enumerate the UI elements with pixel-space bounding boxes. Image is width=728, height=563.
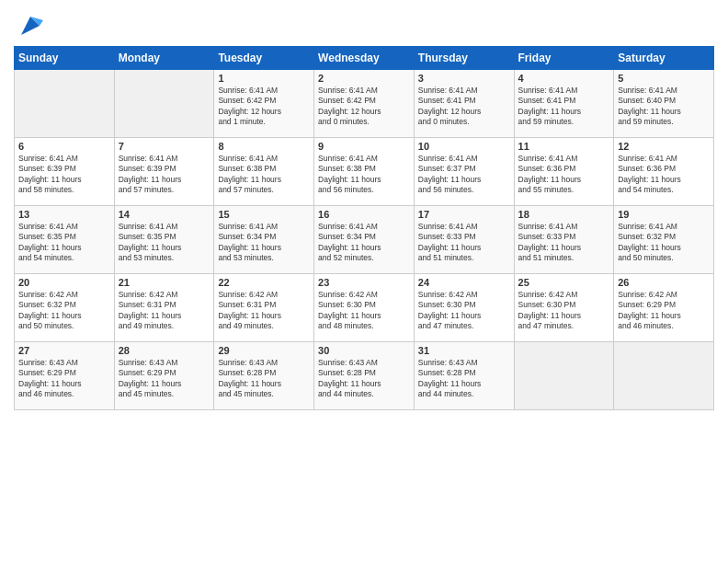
calendar-cell: 22Sunrise: 6:42 AM Sunset: 6:31 PM Dayli… — [214, 274, 314, 342]
calendar-cell: 4Sunrise: 6:41 AM Sunset: 6:41 PM Daylig… — [514, 70, 614, 138]
calendar-cell: 2Sunrise: 6:41 AM Sunset: 6:42 PM Daylig… — [314, 70, 415, 138]
cell-sun-info: Sunrise: 6:41 AM Sunset: 6:42 PM Dayligh… — [318, 86, 410, 128]
calendar-cell: 25Sunrise: 6:42 AM Sunset: 6:30 PM Dayli… — [514, 274, 614, 342]
calendar-cell: 29Sunrise: 6:43 AM Sunset: 6:28 PM Dayli… — [214, 342, 314, 410]
day-number: 25 — [518, 277, 610, 288]
cell-sun-info: Sunrise: 6:42 AM Sunset: 6:31 PM Dayligh… — [119, 290, 210, 332]
cell-sun-info: Sunrise: 6:42 AM Sunset: 6:30 PM Dayligh… — [518, 290, 610, 332]
calendar-week-row: 13Sunrise: 6:41 AM Sunset: 6:35 PM Dayli… — [15, 206, 714, 274]
calendar-header-friday: Friday — [514, 47, 614, 70]
day-number: 19 — [618, 209, 710, 220]
calendar-cell: 8Sunrise: 6:41 AM Sunset: 6:38 PM Daylig… — [214, 138, 314, 206]
cell-sun-info: Sunrise: 6:41 AM Sunset: 6:34 PM Dayligh… — [318, 222, 410, 264]
day-number: 11 — [518, 141, 610, 152]
day-number: 5 — [618, 73, 710, 84]
cell-sun-info: Sunrise: 6:41 AM Sunset: 6:34 PM Dayligh… — [218, 222, 310, 264]
cell-sun-info: Sunrise: 6:42 AM Sunset: 6:31 PM Dayligh… — [218, 290, 310, 332]
cell-sun-info: Sunrise: 6:43 AM Sunset: 6:29 PM Dayligh… — [18, 358, 110, 400]
calendar-header-thursday: Thursday — [414, 47, 514, 70]
calendar-header-sunday: Sunday — [15, 47, 115, 70]
calendar-cell: 28Sunrise: 6:43 AM Sunset: 6:29 PM Dayli… — [114, 342, 214, 410]
day-number: 30 — [318, 345, 410, 356]
calendar-cell: 21Sunrise: 6:42 AM Sunset: 6:31 PM Dayli… — [114, 274, 214, 342]
cell-sun-info: Sunrise: 6:42 AM Sunset: 6:29 PM Dayligh… — [618, 290, 710, 332]
calendar-header-monday: Monday — [114, 47, 214, 70]
calendar-cell: 19Sunrise: 6:41 AM Sunset: 6:32 PM Dayli… — [614, 206, 714, 274]
calendar-header-row: SundayMondayTuesdayWednesdayThursdayFrid… — [15, 47, 714, 70]
calendar-cell: 11Sunrise: 6:41 AM Sunset: 6:36 PM Dayli… — [514, 138, 614, 206]
day-number: 22 — [218, 277, 310, 288]
calendar-cell: 20Sunrise: 6:42 AM Sunset: 6:32 PM Dayli… — [15, 274, 115, 342]
day-number: 27 — [18, 345, 110, 356]
day-number: 16 — [318, 209, 410, 220]
calendar-cell: 13Sunrise: 6:41 AM Sunset: 6:35 PM Dayli… — [15, 206, 115, 274]
calendar-week-row: 6Sunrise: 6:41 AM Sunset: 6:39 PM Daylig… — [15, 138, 714, 206]
cell-sun-info: Sunrise: 6:41 AM Sunset: 6:40 PM Dayligh… — [618, 86, 710, 128]
cell-sun-info: Sunrise: 6:41 AM Sunset: 6:38 PM Dayligh… — [218, 154, 310, 196]
day-number: 9 — [318, 141, 410, 152]
day-number: 18 — [518, 209, 610, 220]
calendar-cell: 14Sunrise: 6:41 AM Sunset: 6:35 PM Dayli… — [114, 206, 214, 274]
cell-sun-info: Sunrise: 6:41 AM Sunset: 6:36 PM Dayligh… — [518, 154, 610, 196]
calendar-cell: 15Sunrise: 6:41 AM Sunset: 6:34 PM Dayli… — [214, 206, 314, 274]
cell-sun-info: Sunrise: 6:43 AM Sunset: 6:29 PM Dayligh… — [119, 358, 210, 400]
page-header — [14, 9, 714, 39]
day-number: 7 — [119, 141, 210, 152]
calendar-cell — [514, 342, 614, 410]
day-number: 20 — [18, 277, 110, 288]
calendar-week-row: 1Sunrise: 6:41 AM Sunset: 6:42 PM Daylig… — [15, 70, 714, 138]
cell-sun-info: Sunrise: 6:43 AM Sunset: 6:28 PM Dayligh… — [218, 358, 310, 400]
calendar-cell: 1Sunrise: 6:41 AM Sunset: 6:42 PM Daylig… — [214, 70, 314, 138]
calendar-cell: 30Sunrise: 6:43 AM Sunset: 6:28 PM Dayli… — [314, 342, 415, 410]
day-number: 13 — [18, 209, 110, 220]
cell-sun-info: Sunrise: 6:42 AM Sunset: 6:30 PM Dayligh… — [418, 290, 510, 332]
day-number: 8 — [218, 141, 310, 152]
cell-sun-info: Sunrise: 6:41 AM Sunset: 6:41 PM Dayligh… — [518, 86, 610, 128]
calendar-week-row: 27Sunrise: 6:43 AM Sunset: 6:29 PM Dayli… — [15, 342, 714, 410]
cell-sun-info: Sunrise: 6:41 AM Sunset: 6:35 PM Dayligh… — [18, 222, 110, 264]
cell-sun-info: Sunrise: 6:41 AM Sunset: 6:35 PM Dayligh… — [119, 222, 210, 264]
calendar-cell: 27Sunrise: 6:43 AM Sunset: 6:29 PM Dayli… — [15, 342, 115, 410]
calendar-cell: 3Sunrise: 6:41 AM Sunset: 6:41 PM Daylig… — [414, 70, 514, 138]
calendar-cell: 12Sunrise: 6:41 AM Sunset: 6:36 PM Dayli… — [614, 138, 714, 206]
cell-sun-info: Sunrise: 6:41 AM Sunset: 6:37 PM Dayligh… — [418, 154, 510, 196]
day-number: 1 — [218, 73, 310, 84]
day-number: 14 — [119, 209, 210, 220]
cell-sun-info: Sunrise: 6:41 AM Sunset: 6:33 PM Dayligh… — [418, 222, 510, 264]
calendar-cell — [114, 70, 214, 138]
calendar-cell: 10Sunrise: 6:41 AM Sunset: 6:37 PM Dayli… — [414, 138, 514, 206]
calendar-week-row: 20Sunrise: 6:42 AM Sunset: 6:32 PM Dayli… — [15, 274, 714, 342]
cell-sun-info: Sunrise: 6:41 AM Sunset: 6:32 PM Dayligh… — [618, 222, 710, 264]
logo-icon — [17, 13, 43, 39]
day-number: 6 — [18, 141, 110, 152]
cell-sun-info: Sunrise: 6:41 AM Sunset: 6:38 PM Dayligh… — [318, 154, 410, 196]
cell-sun-info: Sunrise: 6:42 AM Sunset: 6:32 PM Dayligh… — [18, 290, 110, 332]
day-number: 10 — [418, 141, 510, 152]
day-number: 23 — [318, 277, 410, 288]
calendar-header-wednesday: Wednesday — [314, 47, 415, 70]
calendar-cell: 17Sunrise: 6:41 AM Sunset: 6:33 PM Dayli… — [414, 206, 514, 274]
calendar-cell: 6Sunrise: 6:41 AM Sunset: 6:39 PM Daylig… — [15, 138, 115, 206]
calendar-cell: 5Sunrise: 6:41 AM Sunset: 6:40 PM Daylig… — [614, 70, 714, 138]
cell-sun-info: Sunrise: 6:43 AM Sunset: 6:28 PM Dayligh… — [418, 358, 510, 400]
cell-sun-info: Sunrise: 6:41 AM Sunset: 6:41 PM Dayligh… — [418, 86, 510, 128]
day-number: 3 — [418, 73, 510, 84]
calendar-table: SundayMondayTuesdayWednesdayThursdayFrid… — [14, 46, 714, 410]
calendar-cell: 23Sunrise: 6:42 AM Sunset: 6:30 PM Dayli… — [314, 274, 415, 342]
calendar-cell: 7Sunrise: 6:41 AM Sunset: 6:39 PM Daylig… — [114, 138, 214, 206]
cell-sun-info: Sunrise: 6:42 AM Sunset: 6:30 PM Dayligh… — [318, 290, 410, 332]
day-number: 26 — [618, 277, 710, 288]
day-number: 29 — [218, 345, 310, 356]
day-number: 12 — [618, 141, 710, 152]
day-number: 17 — [418, 209, 510, 220]
day-number: 31 — [418, 345, 510, 356]
logo — [14, 13, 43, 39]
calendar-header-saturday: Saturday — [614, 47, 714, 70]
cell-sun-info: Sunrise: 6:41 AM Sunset: 6:42 PM Dayligh… — [218, 86, 310, 128]
calendar-cell: 16Sunrise: 6:41 AM Sunset: 6:34 PM Dayli… — [314, 206, 415, 274]
calendar-cell: 24Sunrise: 6:42 AM Sunset: 6:30 PM Dayli… — [414, 274, 514, 342]
calendar-cell: 26Sunrise: 6:42 AM Sunset: 6:29 PM Dayli… — [614, 274, 714, 342]
calendar-cell: 31Sunrise: 6:43 AM Sunset: 6:28 PM Dayli… — [414, 342, 514, 410]
cell-sun-info: Sunrise: 6:41 AM Sunset: 6:39 PM Dayligh… — [119, 154, 210, 196]
day-number: 21 — [119, 277, 210, 288]
